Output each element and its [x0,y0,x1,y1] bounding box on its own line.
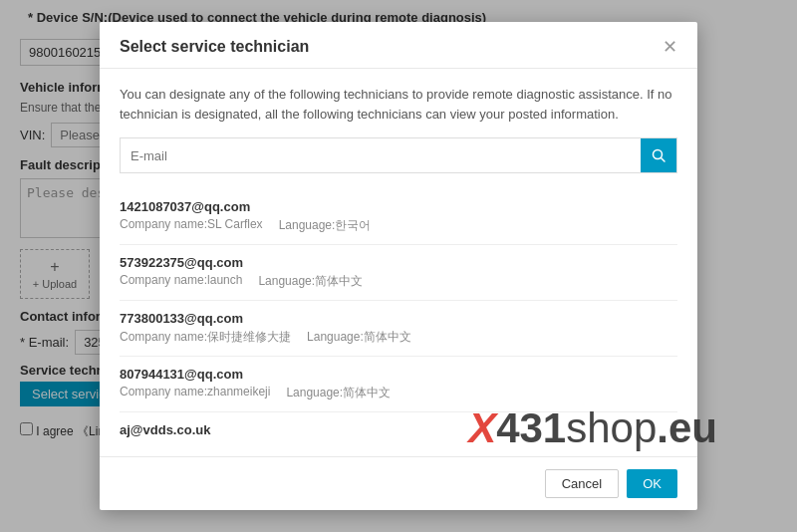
technician-item[interactable]: 1421087037@qq.com Company name:SL Carfle… [120,189,677,245]
search-input[interactable] [121,141,641,170]
dialog-title: Select service technician [120,38,309,56]
tech-details: Company name:保时捷维修大捷 Language:简体中文 [120,329,677,346]
tech-company: Company name:launch [120,273,242,290]
dialog-description: You can designate any of the following t… [120,85,677,124]
tech-language: Language:简体中文 [286,385,391,401]
tech-email: 773800133@qq.com [120,311,677,326]
tech-language: Language:简体中文 [258,273,363,290]
cancel-button[interactable]: Cancel [545,469,619,498]
technician-list: 1421087037@qq.com Company name:SL Carfle… [120,189,677,447]
dialog-footer: Cancel OK [100,456,697,510]
tech-details: Company name:SL Carflex Language:한국어 [120,217,677,234]
tech-details: Company name:launch Language:简体中文 [120,273,677,290]
technician-item[interactable]: 573922375@qq.com Company name:launch Lan… [120,245,677,301]
technician-item[interactable]: 807944131@qq.com Company name:zhanmeikej… [120,357,677,412]
modal-overlay: Select service technician ✕ You can desi… [0,0,797,532]
select-technician-dialog: Select service technician ✕ You can desi… [100,22,697,510]
close-button[interactable]: ✕ [663,38,677,56]
search-button[interactable] [641,138,676,172]
tech-email: 807944131@qq.com [120,367,677,382]
tech-details: Company name:zhanmeikeji Language:简体中文 [120,385,677,401]
tech-language: Language:한국어 [279,217,372,234]
technician-item[interactable]: aj@vdds.co.uk [120,412,677,447]
tech-email: 1421087037@qq.com [120,199,677,214]
technician-item[interactable]: 773800133@qq.com Company name:保时捷维修大捷 La… [120,301,677,357]
tech-email: aj@vdds.co.uk [120,422,210,437]
tech-language: Language:简体中文 [307,329,411,346]
tech-company: Company name:zhanmeikeji [120,385,270,401]
description-text: You can designate any of the following t… [120,87,672,122]
tech-company: Company name:保时捷维修大捷 [120,329,291,346]
tech-email: 573922375@qq.com [120,255,677,270]
dialog-header: Select service technician ✕ [100,22,697,69]
tech-company: Company name:SL Carflex [120,217,263,234]
search-row [120,137,677,173]
ok-button[interactable]: OK [627,469,677,498]
svg-line-1 [662,158,665,162]
dialog-body: You can designate any of the following t… [100,69,697,456]
search-icon [652,148,665,162]
